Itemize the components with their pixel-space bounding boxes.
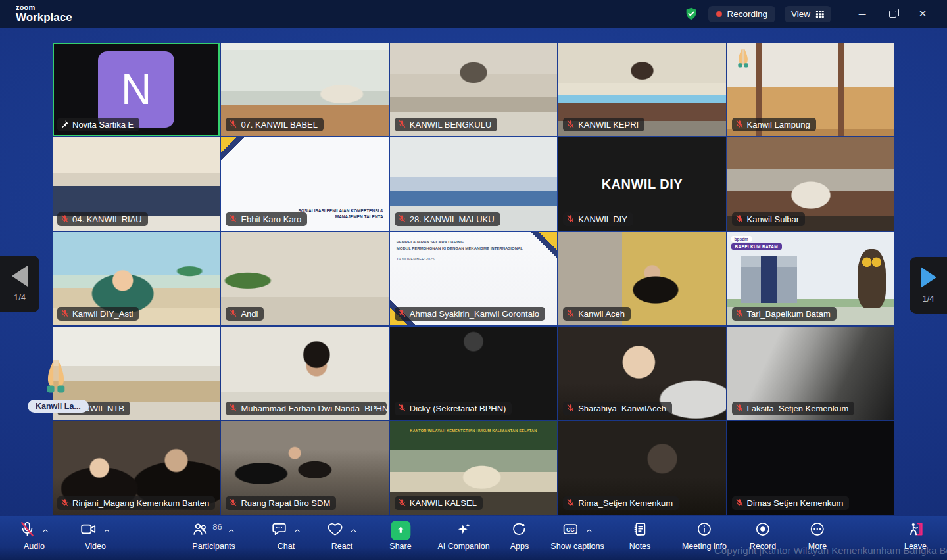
video-tile[interactable]: PEMBELAJARAN SECARA DARINGMODUL PERMOHON… (390, 232, 557, 325)
more-button[interactable]: More (808, 521, 827, 551)
video-button[interactable]: Video (80, 521, 111, 551)
previous-page-button[interactable]: 1/4 (0, 256, 39, 312)
page-indicator-right: 1/4 (922, 294, 934, 304)
security-shield-icon[interactable] (683, 6, 699, 22)
share-button[interactable]: Share (389, 521, 411, 551)
video-tile[interactable]: Kanwil DIY_Asti (53, 232, 220, 325)
video-tile[interactable]: 07. KANWIL BABEL (221, 43, 388, 136)
mic-muted-icon (398, 120, 406, 130)
video-tile[interactable]: KANTOR WILAYAH KEMENTERIAN HUKUM KALIMAN… (390, 421, 557, 515)
restore-button[interactable] (877, 0, 908, 28)
participant-name: 07. KANWIL BABEL (241, 120, 318, 129)
video-tile[interactable]: KANWIL KEPRI (558, 43, 725, 136)
heart-icon (326, 521, 344, 540)
video-tile[interactable]: bpsdmBAPELKUM BATAMTari_Bapelkum Batam (727, 232, 894, 325)
record-button[interactable]: Record (750, 521, 776, 551)
reaction-sender-name: Kanwil La... (28, 400, 89, 413)
react-chevron-up-icon[interactable] (349, 527, 358, 534)
video-tile[interactable]: Rima_Setjen Kemenkum (558, 421, 725, 515)
video-tile[interactable]: KANWIL DIYKANWIL DIY (558, 137, 725, 231)
participant-name: Ahmad Syakirin_Kanwil Gorontalo (410, 309, 539, 319)
notes-icon (632, 521, 648, 540)
pin-icon (61, 120, 69, 130)
participants-icon (191, 521, 208, 540)
apps-button[interactable]: Apps (510, 521, 529, 551)
react-button[interactable]: React (326, 521, 358, 551)
video-tile[interactable]: Kanwil Lampung (727, 43, 894, 136)
shared-slide-text: PEMBELAJARAN SECARA DARINGMODUL PERMOHON… (397, 239, 523, 263)
share-up-arrow-icon (391, 521, 410, 540)
mic-muted-icon (735, 120, 744, 130)
folded-hands-icon (731, 46, 755, 70)
leave-label: Leave (904, 542, 927, 551)
mic-muted-icon (229, 498, 237, 509)
participant-name: Ebhit Karo Karo (241, 214, 301, 224)
participant-name: 28. KANWIL MALUKU (410, 214, 495, 224)
participants-chevron-up-icon[interactable] (228, 527, 236, 534)
mic-muted-icon (566, 120, 575, 130)
page-indicator-left: 1/4 (14, 292, 26, 302)
video-tile[interactable]: Dimas Setjen Kemenkum (727, 421, 894, 515)
video-tile[interactable]: Laksita_Setjen Kemenkum (727, 327, 894, 420)
view-button[interactable]: View (785, 6, 831, 22)
participant-name: Rinjani_Magang Kemenkum Banten (72, 498, 209, 508)
participant-name-label: Rinjani_Magang Kemenkum Banten (57, 496, 215, 510)
meeting-info-button[interactable]: Meeting info (682, 521, 727, 551)
video-tile[interactable]: 04. KANWIL RIAU (53, 137, 220, 231)
participant-name-label: Novita Sartika E (57, 118, 139, 131)
svg-text:CC: CC (566, 526, 575, 533)
camera-icon (80, 521, 97, 540)
leave-button[interactable]: Leave (904, 521, 927, 551)
video-tile[interactable]: Dicky (Sekretariat BPHN) (390, 327, 557, 420)
ai-companion-label: AI Companion (437, 542, 489, 551)
participant-name: Rima_Setjen Kemenkum (578, 498, 673, 508)
video-tile[interactable]: Kanwil Sulbar (727, 137, 894, 231)
video-label: Video (85, 542, 106, 551)
minimize-button[interactable]: ─ (847, 0, 877, 28)
participant-name-label: Sharahiya_KanwilAceh (563, 402, 672, 415)
notes-button[interactable]: Notes (629, 521, 651, 551)
video-tile[interactable]: 28. KANWIL MALUKU (390, 137, 557, 231)
audio-button[interactable]: Audio (19, 521, 50, 551)
mic-muted-icon (61, 309, 69, 319)
participants-button[interactable]: 86Participants (191, 521, 235, 551)
video-tile[interactable]: Andi (221, 232, 388, 325)
folded-hands-icon (37, 355, 75, 397)
video-tile[interactable]: KANWIL BENGKULU (390, 43, 557, 136)
ai-companion-button[interactable]: AI Companion (437, 521, 489, 551)
video-tile[interactable]: Rinjani_Magang Kemenkum Banten (53, 421, 220, 515)
notes-label: Notes (629, 542, 651, 551)
participant-name: Dicky (Sekretariat BPHN) (410, 404, 506, 413)
sparkle-icon (455, 521, 473, 541)
chat-chevron-up-icon[interactable] (293, 527, 302, 534)
participant-name-label: Ebhit Karo Karo (226, 212, 307, 226)
chat-button[interactable]: Chat (271, 521, 302, 551)
mic-muted-icon (229, 120, 237, 130)
captions-button[interactable]: CCShow captions (550, 521, 604, 551)
video-tile[interactable]: Muhammad Farhan Dwi Nanda_BPHN (221, 327, 388, 420)
video-tile[interactable]: Kanwil Aceh (558, 232, 725, 325)
shared-slide-text: SOSIALISASI PENILAIAN KOMPETENSI &MANAJE… (299, 208, 383, 221)
video-tile[interactable]: NNovita Sartika E (53, 43, 220, 136)
audio-chevron-up-icon[interactable] (41, 527, 50, 534)
participant-name: Tari_Bapelkum Batam (747, 309, 831, 319)
zoom-workplace-logo: zoom Workplace (0, 4, 72, 23)
mic-muted-icon (735, 309, 744, 319)
react-label: React (331, 542, 353, 551)
close-button[interactable]: ✕ (908, 0, 938, 28)
record-label: Record (750, 542, 776, 551)
previous-page-arrow-icon (12, 266, 28, 287)
next-page-button[interactable]: 1/4 (910, 257, 947, 314)
participant-name: Laksita_Setjen Kemenkum (747, 404, 849, 413)
participant-name-label: 28. KANWIL MALUKU (395, 212, 500, 226)
captions-chevron-up-icon[interactable] (585, 527, 594, 534)
participant-name-label: Kanwil Aceh (563, 307, 631, 321)
video-tile[interactable]: Sharahiya_KanwilAceh (558, 327, 725, 420)
video-chevron-up-icon[interactable] (103, 527, 111, 534)
participants-label: Participants (192, 542, 235, 551)
participant-avatar: N (98, 51, 174, 128)
video-tile[interactable]: SOSIALISASI PENILAIAN KOMPETENSI &MANAJE… (221, 137, 388, 231)
participant-name: Andi (241, 309, 258, 319)
participant-name-label: Ahmad Syakirin_Kanwil Gorontalo (395, 307, 545, 321)
video-tile[interactable]: Ruang Rapat Biro SDM (221, 421, 388, 515)
